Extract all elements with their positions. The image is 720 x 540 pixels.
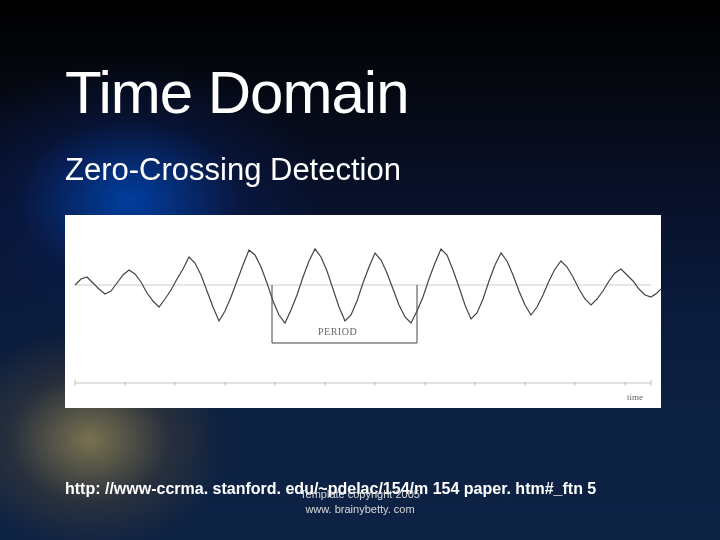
period-annotation: PERIOD <box>318 326 357 337</box>
waveform-line <box>75 249 661 323</box>
slide-subtitle: Zero-Crossing Detection <box>65 152 401 188</box>
waveform-plot <box>65 215 661 408</box>
slide-title: Time Domain <box>65 58 409 127</box>
waveform-figure: PERIOD time <box>65 215 661 408</box>
time-axis-ticks <box>75 380 651 386</box>
template-copyright: Template copyright 2005 <box>0 488 720 500</box>
template-source: www. brainybetty. com <box>0 503 720 515</box>
x-axis-label: time <box>627 392 643 402</box>
